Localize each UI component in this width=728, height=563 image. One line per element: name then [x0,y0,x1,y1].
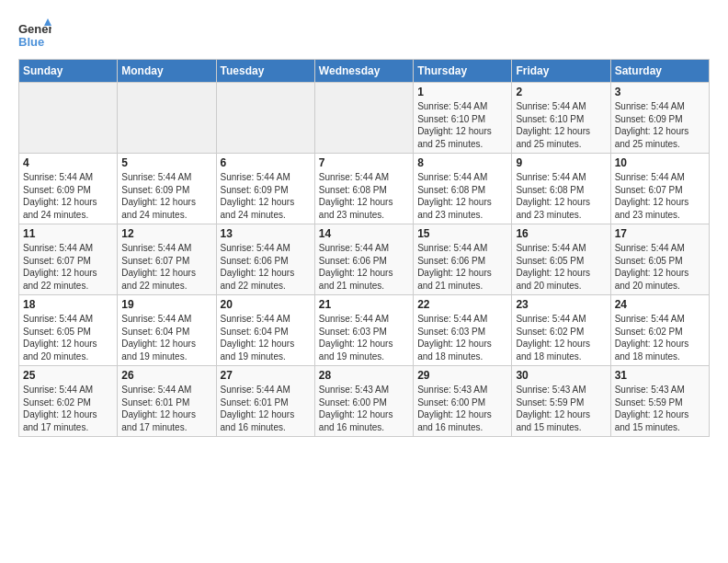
day-info: Sunrise: 5:44 AM Sunset: 6:06 PM Dayligh… [221,242,311,292]
day-number: 21 [319,298,409,311]
day-info: Sunrise: 5:44 AM Sunset: 6:07 PM Dayligh… [615,171,705,221]
day-number: 2 [516,86,606,98]
calendar-cell: 16Sunrise: 5:44 AM Sunset: 6:05 PM Dayli… [512,224,610,295]
day-info: Sunrise: 5:44 AM Sunset: 6:10 PM Dayligh… [516,100,606,150]
weekday-header-sunday: Sunday [19,60,118,83]
calendar-cell: 11Sunrise: 5:44 AM Sunset: 6:07 PM Dayli… [19,224,118,295]
day-info: Sunrise: 5:44 AM Sunset: 6:07 PM Dayligh… [121,242,211,292]
day-number: 28 [319,369,409,382]
day-info: Sunrise: 5:44 AM Sunset: 6:06 PM Dayligh… [319,242,409,292]
calendar-cell [118,83,216,154]
day-number: 11 [23,227,113,240]
calendar-cell: 14Sunrise: 5:44 AM Sunset: 6:06 PM Dayli… [314,224,413,295]
day-info: Sunrise: 5:44 AM Sunset: 6:08 PM Dayligh… [319,171,409,221]
day-info: Sunrise: 5:43 AM Sunset: 6:00 PM Dayligh… [319,384,409,433]
day-info: Sunrise: 5:44 AM Sunset: 6:03 PM Dayligh… [319,313,409,362]
weekday-header-thursday: Thursday [414,60,512,83]
day-number: 26 [121,369,211,382]
day-number: 19 [121,298,211,311]
day-number: 4 [23,156,113,169]
calendar-cell: 9Sunrise: 5:44 AM Sunset: 6:08 PM Daylig… [512,154,610,224]
day-info: Sunrise: 5:44 AM Sunset: 6:08 PM Dayligh… [516,171,606,221]
calendar-cell: 8Sunrise: 5:44 AM Sunset: 6:08 PM Daylig… [414,154,512,224]
day-number: 12 [121,227,211,240]
weekday-header-saturday: Saturday [610,60,709,83]
calendar-week-row: 25Sunrise: 5:44 AM Sunset: 6:02 PM Dayli… [19,366,710,437]
day-info: Sunrise: 5:44 AM Sunset: 6:10 PM Dayligh… [417,100,507,150]
calendar-cell: 21Sunrise: 5:44 AM Sunset: 6:03 PM Dayli… [314,295,413,366]
calendar-cell: 28Sunrise: 5:43 AM Sunset: 6:00 PM Dayli… [314,366,413,437]
day-number: 10 [615,156,705,169]
day-info: Sunrise: 5:43 AM Sunset: 5:59 PM Dayligh… [516,384,606,433]
weekday-header-tuesday: Tuesday [216,60,314,83]
day-number: 25 [23,369,113,382]
day-info: Sunrise: 5:44 AM Sunset: 6:02 PM Dayligh… [615,313,705,362]
weekday-header-monday: Monday [118,60,216,83]
day-number: 31 [615,369,705,382]
calendar-cell: 20Sunrise: 5:44 AM Sunset: 6:04 PM Dayli… [216,295,314,366]
calendar-cell: 30Sunrise: 5:43 AM Sunset: 5:59 PM Dayli… [512,366,610,437]
day-number: 15 [417,227,507,240]
day-info: Sunrise: 5:43 AM Sunset: 6:00 PM Dayligh… [417,384,507,433]
logo-icon: General Blue [18,18,51,52]
day-number: 5 [121,156,211,169]
day-info: Sunrise: 5:44 AM Sunset: 6:01 PM Dayligh… [121,384,211,433]
calendar-cell: 29Sunrise: 5:43 AM Sunset: 6:00 PM Dayli… [414,366,512,437]
calendar-cell: 25Sunrise: 5:44 AM Sunset: 6:02 PM Dayli… [19,366,118,437]
calendar-cell [19,83,118,154]
calendar-week-row: 11Sunrise: 5:44 AM Sunset: 6:07 PM Dayli… [19,224,710,295]
page-header: General Blue [18,18,710,52]
day-info: Sunrise: 5:44 AM Sunset: 6:04 PM Dayligh… [121,313,211,362]
day-number: 6 [221,156,311,169]
day-number: 3 [615,86,705,98]
calendar-cell [314,83,413,154]
calendar-cell: 17Sunrise: 5:44 AM Sunset: 6:05 PM Dayli… [610,224,709,295]
calendar-cell: 6Sunrise: 5:44 AM Sunset: 6:09 PM Daylig… [216,154,314,224]
day-info: Sunrise: 5:44 AM Sunset: 6:09 PM Dayligh… [121,171,211,221]
weekday-header-wednesday: Wednesday [314,60,413,83]
calendar-cell [216,83,314,154]
calendar-week-row: 18Sunrise: 5:44 AM Sunset: 6:05 PM Dayli… [19,295,710,366]
day-number: 30 [516,369,606,382]
day-info: Sunrise: 5:43 AM Sunset: 5:59 PM Dayligh… [615,384,705,433]
logo: General Blue [18,18,51,52]
day-number: 22 [417,298,507,311]
day-number: 27 [221,369,311,382]
calendar-cell: 3Sunrise: 5:44 AM Sunset: 6:09 PM Daylig… [610,83,709,154]
calendar-cell: 31Sunrise: 5:43 AM Sunset: 5:59 PM Dayli… [610,366,709,437]
calendar-cell: 2Sunrise: 5:44 AM Sunset: 6:10 PM Daylig… [512,83,610,154]
day-number: 7 [319,156,409,169]
day-info: Sunrise: 5:44 AM Sunset: 6:05 PM Dayligh… [615,242,705,292]
svg-text:Blue: Blue [18,35,44,49]
day-info: Sunrise: 5:44 AM Sunset: 6:09 PM Dayligh… [615,100,705,150]
calendar-cell: 27Sunrise: 5:44 AM Sunset: 6:01 PM Dayli… [216,366,314,437]
day-info: Sunrise: 5:44 AM Sunset: 6:06 PM Dayligh… [417,242,507,292]
weekday-header-row: SundayMondayTuesdayWednesdayThursdayFrid… [19,60,710,83]
day-info: Sunrise: 5:44 AM Sunset: 6:07 PM Dayligh… [23,242,113,292]
calendar-cell: 19Sunrise: 5:44 AM Sunset: 6:04 PM Dayli… [118,295,216,366]
day-number: 23 [516,298,606,311]
day-number: 8 [417,156,507,169]
calendar-week-row: 4Sunrise: 5:44 AM Sunset: 6:09 PM Daylig… [19,154,710,224]
day-info: Sunrise: 5:44 AM Sunset: 6:02 PM Dayligh… [23,384,113,433]
weekday-header-friday: Friday [512,60,610,83]
day-number: 1 [417,86,507,98]
calendar-cell: 5Sunrise: 5:44 AM Sunset: 6:09 PM Daylig… [118,154,216,224]
day-number: 18 [23,298,113,311]
day-number: 29 [417,369,507,382]
calendar-cell: 22Sunrise: 5:44 AM Sunset: 6:03 PM Dayli… [414,295,512,366]
calendar-cell: 26Sunrise: 5:44 AM Sunset: 6:01 PM Dayli… [118,366,216,437]
day-number: 20 [221,298,311,311]
calendar-cell: 15Sunrise: 5:44 AM Sunset: 6:06 PM Dayli… [414,224,512,295]
day-info: Sunrise: 5:44 AM Sunset: 6:08 PM Dayligh… [417,171,507,221]
calendar-cell: 12Sunrise: 5:44 AM Sunset: 6:07 PM Dayli… [118,224,216,295]
day-info: Sunrise: 5:44 AM Sunset: 6:09 PM Dayligh… [221,171,311,221]
day-info: Sunrise: 5:44 AM Sunset: 6:03 PM Dayligh… [417,313,507,362]
calendar-cell: 13Sunrise: 5:44 AM Sunset: 6:06 PM Dayli… [216,224,314,295]
day-info: Sunrise: 5:44 AM Sunset: 6:05 PM Dayligh… [23,313,113,362]
calendar-table: SundayMondayTuesdayWednesdayThursdayFrid… [18,59,710,437]
day-info: Sunrise: 5:44 AM Sunset: 6:02 PM Dayligh… [516,313,606,362]
calendar-cell: 10Sunrise: 5:44 AM Sunset: 6:07 PM Dayli… [610,154,709,224]
day-info: Sunrise: 5:44 AM Sunset: 6:09 PM Dayligh… [23,171,113,221]
day-number: 17 [615,227,705,240]
